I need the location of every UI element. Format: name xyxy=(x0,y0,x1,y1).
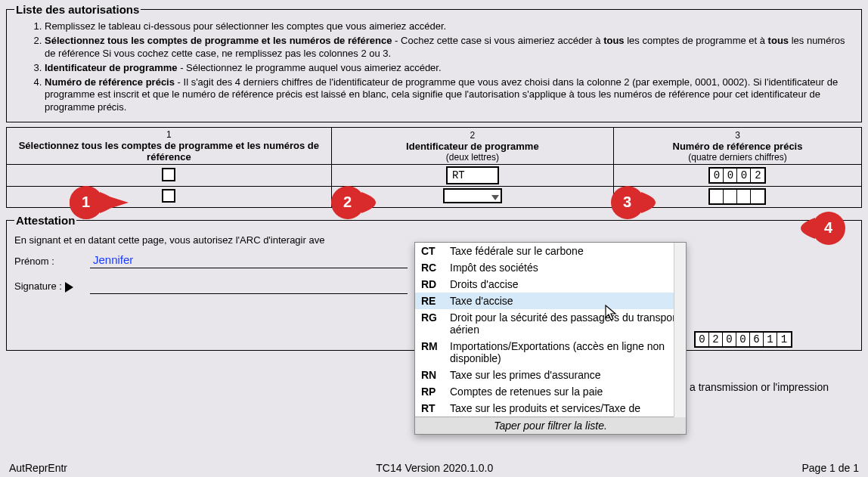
instruction-list: Remplissez le tableau ci-dessous pour sé… xyxy=(14,20,854,114)
page-footer: AutReprEntr TC14 Version 2020.1.0.0 Page… xyxy=(9,462,859,474)
option-rt[interactable]: RTTaxe sur les produits et services/Taxe… xyxy=(415,400,686,417)
footer-right: Page 1 de 1 xyxy=(801,462,859,474)
option-rc[interactable]: RCImpôt des sociétés xyxy=(415,259,686,276)
autorisations-table: 1 Sélectionnez tous les comptes de progr… xyxy=(6,127,862,208)
instruction-1: Remplissez le tableau ci-dessous pour sé… xyxy=(45,20,854,33)
callout-pin-1: 1 xyxy=(70,186,129,219)
option-rp[interactable]: RPComptes de retenues sur la paie xyxy=(415,383,686,400)
footer-left: AutReprEntr xyxy=(9,462,67,474)
option-rm[interactable]: RMImportations/Exportations (accès en li… xyxy=(415,338,686,367)
autorisations-legend: Liste des autorisations xyxy=(14,3,141,16)
autorisations-fieldset: Liste des autorisations Remplissez le ta… xyxy=(6,3,862,122)
chevron-down-icon xyxy=(491,195,499,200)
callout-pin-4: 4 xyxy=(786,212,845,245)
table-row xyxy=(7,187,862,208)
option-rn[interactable]: RNTaxe sur les primes d'assurance xyxy=(415,367,686,383)
col2-header: 2 Identificateur de programme (deux lett… xyxy=(331,128,613,165)
attestation-legend: Attestation xyxy=(14,214,76,227)
signature-label: Signature : xyxy=(14,280,90,293)
signature-field[interactable] xyxy=(90,279,408,294)
program-id-dropdown-row2[interactable] xyxy=(443,188,502,203)
option-re[interactable]: RETaxe d'accise xyxy=(415,293,686,309)
date-field[interactable]: 0 2 0 0 6 1 1 xyxy=(694,331,792,348)
transmission-text: a transmission or l'impression xyxy=(690,381,829,393)
prenom-label: Prénom : xyxy=(14,256,90,267)
instruction-3: Identificateur de programme - Sélectionn… xyxy=(45,62,854,75)
play-icon xyxy=(65,282,73,293)
program-id-input-row1[interactable]: RT xyxy=(446,166,499,184)
select-all-checkbox-row2[interactable] xyxy=(162,189,175,203)
option-ct[interactable]: CTTaxe fédérale sur le carbone xyxy=(415,243,686,259)
dropdown-hint: Taper pour filtrer la liste. xyxy=(415,417,686,434)
table-row: RT 0 0 0 2 xyxy=(7,165,862,187)
instruction-2: Sélectionnez tous les comptes de program… xyxy=(45,35,854,60)
callout-pin-2: 2 xyxy=(331,186,390,219)
instruction-4: Numéro de référence précis - Il s'agit d… xyxy=(45,76,854,115)
dropdown-scrollbar[interactable] xyxy=(674,243,686,417)
option-rg[interactable]: RGDroit pour la sécurité des passagers d… xyxy=(415,309,686,338)
reference-number-input-row1[interactable]: 0 0 0 2 xyxy=(708,167,766,184)
select-all-checkbox-row1[interactable] xyxy=(162,168,175,181)
program-id-dropdown-list[interactable]: CTTaxe fédérale sur le carbone RCImpôt d… xyxy=(414,242,687,435)
reference-number-input-row2[interactable] xyxy=(708,188,766,205)
col3-header: 3 Numéro de référence précis (quatre der… xyxy=(613,128,861,165)
prenom-field[interactable]: Jennifer xyxy=(90,253,408,268)
callout-pin-3: 3 xyxy=(611,186,670,219)
col1-header: 1 Sélectionnez tous les comptes de progr… xyxy=(7,128,332,165)
footer-center: TC14 Version 2020.1.0.0 xyxy=(376,462,493,474)
option-rd[interactable]: RDDroits d'accise xyxy=(415,276,686,293)
